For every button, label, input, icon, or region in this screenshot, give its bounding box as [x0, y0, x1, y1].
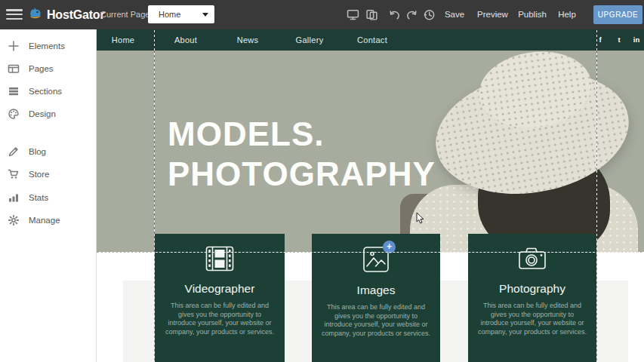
builder-sidebar: Elements Pages Sections Design Blog Stor… — [0, 29, 97, 362]
card-title: Videographer — [155, 282, 285, 296]
sidebar-item-design[interactable]: Design — [0, 106, 96, 121]
help-button[interactable]: Help — [557, 0, 577, 29]
page-dropdown[interactable]: Home — [148, 5, 214, 23]
hero-title-line2: PHOTOGRAPHY — [168, 154, 436, 194]
card-images[interactable]: + Images This area can be fully edited a… — [312, 234, 440, 362]
sidebar-item-stats[interactable]: Stats — [0, 190, 96, 205]
site-navbar: Home About News Gallery Contact f t in — [97, 29, 644, 51]
nav-item-contact[interactable]: Contact — [357, 29, 387, 51]
stacked-sections-icon — [8, 85, 20, 97]
palette-icon — [8, 108, 20, 120]
undo-icon[interactable] — [388, 8, 401, 21]
nav-item-about[interactable]: About — [174, 29, 197, 51]
film-strip-icon — [205, 246, 234, 275]
chevron-down-icon — [202, 13, 208, 17]
twitter-icon[interactable]: t — [618, 29, 620, 51]
desktop-preview-icon[interactable] — [347, 8, 359, 21]
hostgator-website-builder: { "toolbar": { "brand": "HostGator", "cu… — [0, 0, 644, 362]
nav-item-news[interactable]: News — [237, 29, 259, 51]
brand-name: HostGator — [47, 8, 104, 22]
sidebar-item-label: Blog — [29, 147, 46, 156]
card-title: Images — [312, 284, 440, 297]
section-boundary-dashed-line — [99, 252, 644, 253]
sidebar-item-label: Stats — [29, 193, 48, 202]
sidebar-item-label: Manage — [29, 216, 60, 225]
sidebar-item-store[interactable]: Store — [0, 167, 96, 182]
shopping-cart-icon — [8, 168, 20, 180]
pencil-icon — [8, 146, 20, 158]
nav-item-home[interactable]: Home — [112, 29, 135, 51]
card-videographer[interactable]: Videographer This area can be fully edit… — [155, 234, 285, 362]
browser-page-icon — [8, 63, 20, 75]
card-title: Photography — [468, 282, 596, 296]
card-photography[interactable]: Photography This area can be fully edite… — [468, 234, 596, 362]
hostgator-gator-icon — [27, 5, 44, 25]
preview-button[interactable]: Preview — [477, 0, 507, 29]
bar-chart-icon — [8, 192, 20, 204]
sidebar-item-label: Design — [29, 109, 56, 118]
builder-toolbar: HostGator Current Page: Home Save Previe… — [0, 0, 644, 29]
image-plus-icon: + — [362, 246, 390, 275]
hero-title[interactable]: MODELS. PHOTOGRAPHY — [168, 114, 436, 194]
redo-icon[interactable] — [405, 8, 418, 21]
upgrade-button[interactable]: UPGRADE — [593, 5, 642, 24]
card-body: This area can be fully edited and gives … — [165, 302, 275, 336]
sidebar-item-blog[interactable]: Blog — [0, 144, 96, 159]
hero-title-line1: MODELS. — [168, 114, 436, 154]
sidebar-item-pages[interactable]: Pages — [0, 61, 96, 76]
sidebar-item-label: Elements — [29, 41, 65, 51]
hero-section: MODELS. PHOTOGRAPHY — [97, 51, 644, 253]
content-right-dotted-guide — [596, 30, 597, 362]
hostgator-logo: HostGator — [27, 5, 104, 25]
save-button[interactable]: Save — [444, 0, 465, 29]
page-dropdown-value: Home — [159, 10, 180, 19]
mobile-preview-icon[interactable] — [365, 8, 378, 21]
facebook-icon[interactable]: f — [599, 29, 601, 51]
sidebar-item-label: Sections — [29, 87, 62, 96]
card-body: This area can be fully edited and gives … — [478, 302, 587, 336]
publish-button[interactable]: Publish — [518, 0, 547, 29]
nav-item-gallery[interactable]: Gallery — [296, 29, 324, 51]
card-body: This area can be fully edited and gives … — [322, 303, 430, 338]
sidebar-item-sections[interactable]: Sections — [0, 84, 96, 99]
sidebar-item-elements[interactable]: Elements — [0, 38, 96, 54]
linkedin-icon[interactable]: in — [633, 29, 639, 51]
site-preview-canvas: Home About News Gallery Contact f t in M… — [97, 29, 644, 362]
gear-icon — [8, 214, 20, 226]
sidebar-item-manage[interactable]: Manage — [0, 213, 96, 228]
history-icon[interactable] — [423, 8, 436, 21]
sidebar-item-label: Store — [29, 170, 50, 179]
hamburger-icon[interactable] — [6, 9, 23, 20]
content-left-dotted-guide — [154, 30, 155, 362]
camera-icon — [517, 246, 547, 275]
sidebar-item-label: Pages — [29, 64, 54, 73]
plus-icon — [8, 40, 20, 52]
current-page-label: Current Page: — [100, 10, 152, 19]
